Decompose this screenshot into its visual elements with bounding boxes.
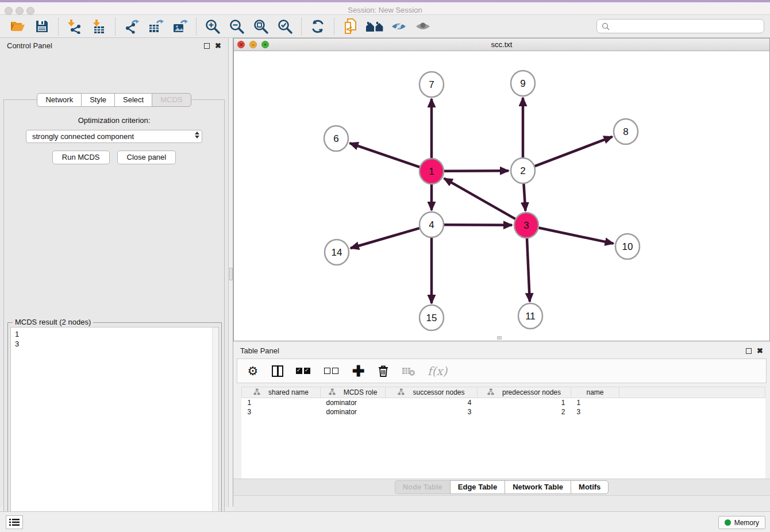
float-table-panel-icon[interactable] [746,348,752,354]
table-panel-header: Table Panel ✖ [233,343,770,358]
function-builder-icon[interactable]: f(x) [428,364,447,378]
graph-edge-3-11[interactable] [527,237,530,302]
graph-node-15[interactable]: 15 [419,305,444,330]
import-table-icon[interactable] [89,18,109,35]
svg-text:4: 4 [429,219,434,230]
graph-edge-2-3[interactable] [523,183,525,211]
column-name[interactable]: name [571,387,619,398]
table-settings-gear-icon[interactable]: ⚙ [247,364,259,378]
splitter-handle[interactable] [229,268,233,280]
tab-select[interactable]: Select [114,93,152,107]
column-predecessor-nodes[interactable]: predecessor nodes [478,387,571,398]
tab-mcds[interactable]: MCDS [152,93,191,107]
close-panel-button[interactable]: Close panel [117,151,176,164]
vertical-splitter[interactable] [228,38,233,507]
refresh-icon[interactable] [308,18,328,35]
graph-node-8[interactable]: 8 [614,119,638,144]
graph-edge-2-8[interactable] [534,137,613,167]
memory-status-icon [725,519,731,526]
tab-edge-table[interactable]: Edge Table [450,480,505,494]
graph-node-6[interactable]: 6 [324,126,348,151]
graph-node-9[interactable]: 9 [511,71,535,96]
table-panel-title: Table Panel [240,346,279,355]
graph-node-10[interactable]: 10 [615,234,640,259]
export-network-icon[interactable] [122,18,141,35]
tab-network-table[interactable]: Network Table [505,480,571,494]
svg-text:8: 8 [623,126,628,137]
network-window-titlebar[interactable]: ✕ − + scc.txt [234,38,769,51]
tab-style[interactable]: Style [81,93,114,107]
network-window-title: scc.txt [234,38,769,51]
svg-text:14: 14 [332,247,342,258]
svg-text:9: 9 [520,78,525,89]
select-all-rows-icon[interactable] [296,364,312,378]
open-session-icon[interactable] [8,18,28,35]
search-field[interactable] [596,19,764,33]
graph-edge-1-6[interactable] [350,143,420,167]
show-all-icon[interactable] [413,18,433,35]
run-mcds-button[interactable]: Run MCDS [52,151,110,164]
table-toolbar: ⚙ ✚ f(x) [237,358,767,383]
tab-network[interactable]: Network [37,93,81,107]
network-resize-handle[interactable] [497,336,502,340]
task-history-button[interactable] [6,515,23,529]
graph-edge-4-3[interactable] [444,225,512,225]
toolbar-divider [196,18,197,35]
node-table: shared name MCDS role successor nodes pr… [241,387,765,489]
search-input[interactable] [613,22,751,30]
result-scrollbar[interactable] [212,327,218,532]
close-table-panel-icon[interactable]: ✖ [757,348,763,354]
task-list-icon [9,518,20,526]
export-table-icon[interactable] [146,18,165,35]
tab-motifs[interactable]: Motifs [571,480,609,494]
graph-node-2[interactable]: 2 [511,158,535,183]
svg-text:1: 1 [429,166,434,177]
column-mcds-role[interactable]: MCDS role [321,387,386,398]
graph-node-7[interactable]: 7 [419,72,444,97]
svg-text:7: 7 [429,79,434,90]
graph-node-11[interactable]: 11 [518,303,542,329]
memory-label: Memory [734,519,759,527]
column-successor-nodes[interactable]: successor nodes [386,387,478,398]
mcds-result-text[interactable]: 1 3 [10,327,219,532]
zoom-out-icon[interactable] [227,18,247,35]
svg-text:6: 6 [333,133,338,144]
export-image-icon[interactable] [170,18,190,35]
column-visibility-icon[interactable] [271,364,284,378]
graph-edge-1-2[interactable] [444,171,509,171]
toolbar-divider [115,18,116,35]
import-network-icon[interactable] [65,18,84,35]
column-type-icon [487,388,494,395]
zoom-fit-icon[interactable] [251,18,271,35]
svg-text:3: 3 [523,220,529,231]
column-shared-name[interactable]: shared name [242,387,321,398]
float-panel-icon[interactable] [204,43,210,49]
memory-button[interactable]: Memory [718,516,765,529]
table-tabs-strip: Node Table Edge Table Network Table Moti… [233,479,770,495]
deselect-all-rows-icon[interactable] [324,364,340,378]
network-canvas[interactable]: 7968124314101511 [234,51,769,341]
criterion-select[interactable]: strongly connected component [26,130,202,143]
graph-node-14[interactable]: 14 [325,240,349,265]
graph-edge-3-10[interactable] [538,228,614,244]
close-panel-icon[interactable]: ✖ [215,43,221,49]
zoom-selected-icon[interactable] [275,18,295,35]
delete-column-icon[interactable] [377,364,390,378]
add-column-icon[interactable]: ✚ [352,364,365,378]
criterion-select-value: strongly connected component [32,132,134,141]
graph-edge-3-1[interactable] [444,178,516,219]
first-neighbors-icon[interactable] [365,18,384,35]
table-row[interactable]: 3dominator323 [242,407,765,417]
graph-node-3[interactable]: 3 [514,213,538,238]
graph-node-4[interactable]: 4 [419,212,444,237]
optimization-criterion-label: Optimization criterion: [4,116,224,125]
graph-node-1[interactable]: 1 [419,159,444,184]
new-network-from-selection-icon[interactable] [341,18,360,35]
hide-selected-icon[interactable] [389,18,409,35]
tab-node-table[interactable]: Node Table [395,480,450,494]
delete-table-icon[interactable] [402,364,415,378]
graph-edge-4-14[interactable] [351,228,420,248]
zoom-in-icon[interactable] [203,18,222,35]
save-session-icon[interactable] [32,18,52,35]
table-row[interactable]: 1dominator411 [242,398,765,407]
